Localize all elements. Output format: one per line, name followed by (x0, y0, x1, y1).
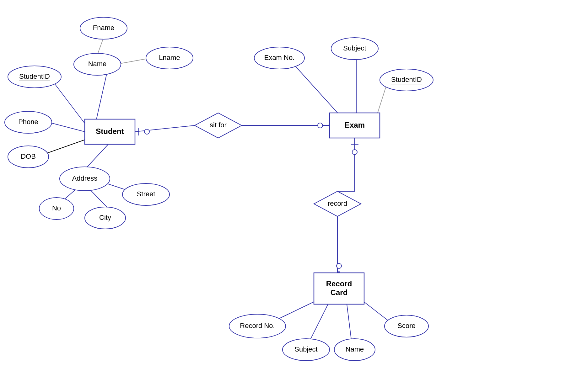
diagram-container (0, 0, 565, 392)
er-diagram-canvas (0, 0, 565, 392)
